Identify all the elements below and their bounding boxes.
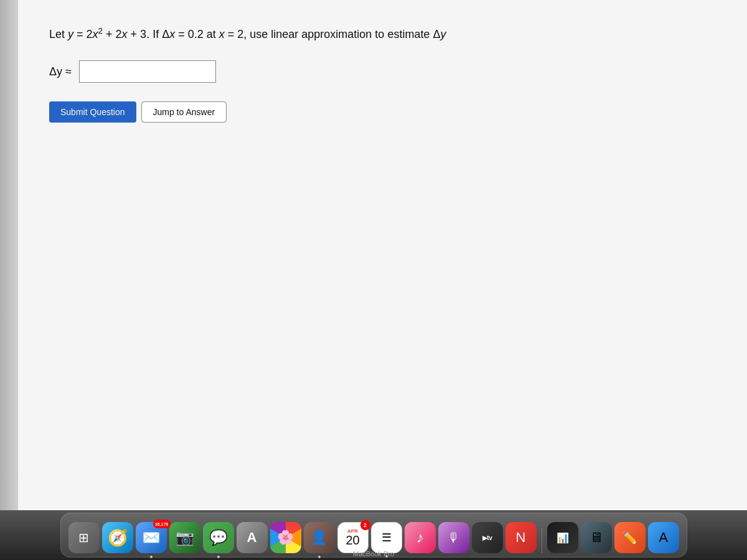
var-y: y [68, 28, 73, 40]
dock-appletv[interactable]: ▶tv [472, 522, 503, 553]
dock-mail[interactable]: ✉️ 36,178 [136, 522, 167, 553]
messages-icon: 💬 [209, 529, 228, 546]
var-y2: y [440, 28, 446, 40]
podcasts-icon: 🎙 [448, 531, 460, 545]
dock-contacts[interactable]: 👤 [304, 522, 335, 553]
calendar-badge: 2 [360, 520, 370, 530]
reminders-icon: ☰ [382, 531, 392, 544]
dock-music[interactable]: ♪ [405, 522, 436, 553]
finder-icon: A [659, 530, 668, 546]
var-x4: x [219, 28, 225, 40]
launchpad-icon: ⊞ [78, 530, 89, 545]
question-text: Let y = 2x2 + 2x + 3. If Δx = 0.2 at x =… [49, 25, 716, 43]
jump-to-answer-button[interactable]: Jump to Answer [141, 101, 227, 123]
dock-facetime[interactable]: 📷 [169, 522, 200, 553]
dock-calendar[interactable]: APR 20 2 [337, 522, 369, 553]
dock-finder[interactable]: A [648, 522, 679, 553]
var-x3: x [169, 28, 175, 40]
dock-stocks[interactable]: 📊 [547, 522, 578, 553]
dock-podcasts[interactable]: 🎙 [438, 522, 469, 553]
dock-separator [542, 528, 542, 553]
mail-badge: 36,178 [153, 520, 171, 528]
photos-icon: 🌸 [277, 530, 294, 546]
main-content: Let y = 2x2 + 2x + 3. If Δx = 0.2 at x =… [0, 0, 747, 510]
dock-reminders[interactable]: ☰ [371, 522, 402, 553]
dock-safari[interactable]: 🧭 [102, 522, 133, 553]
news-icon: N [516, 530, 526, 546]
facetime-icon: 📷 [176, 529, 194, 546]
macbook-label: MacBook Pro [353, 550, 394, 558]
question-area: Let y = 2x2 + 2x + 3. If Δx = 0.2 at x =… [18, 0, 747, 141]
var-x: x [93, 28, 98, 40]
content-panel: Let y = 2x2 + 2x + 3. If Δx = 0.2 at x =… [17, 0, 747, 510]
contacts-icon: 👤 [311, 530, 327, 546]
music-icon: ♪ [416, 529, 424, 546]
stocks-icon: 📊 [557, 532, 569, 544]
mail-dot [150, 556, 153, 558]
dock-launchpad[interactable]: ⊞ [68, 522, 100, 553]
left-sidebar-strip [0, 0, 17, 510]
calendar-day: 20 [345, 534, 359, 546]
mail-icon: ✉️ [142, 529, 161, 546]
submit-question-button[interactable]: Submit Question [49, 101, 136, 123]
var-x2: x [122, 28, 128, 40]
dock-messages[interactable]: 💬 [203, 522, 234, 553]
appletv-icon: ▶tv [482, 534, 492, 541]
spotlight-icon: A [247, 530, 257, 546]
answer-input[interactable] [79, 60, 216, 83]
safari-icon: 🧭 [108, 528, 128, 548]
contacts-dot [318, 556, 321, 558]
dock-news[interactable]: N [505, 522, 537, 553]
monitor-icon: 🖥 [590, 530, 603, 546]
calendar-date-display: APR 20 [345, 529, 359, 546]
dock-sketchbook[interactable]: ✏️ [614, 522, 646, 553]
dock-spotlight[interactable]: A [237, 522, 268, 553]
button-row: Submit Question Jump to Answer [49, 101, 716, 123]
dock-system-monitor[interactable]: 🖥 [581, 522, 612, 553]
dock-container: ⊞ 🧭 ✉️ 36,178 📷 💬 A 🌸 [0, 510, 747, 560]
answer-row: Δy ≈ [49, 60, 716, 83]
dock-photos[interactable]: 🌸 [270, 522, 301, 553]
sketchbook-icon: ✏️ [622, 530, 637, 545]
delta-y-label: Δy ≈ [49, 65, 72, 78]
messages-dot [217, 556, 220, 558]
